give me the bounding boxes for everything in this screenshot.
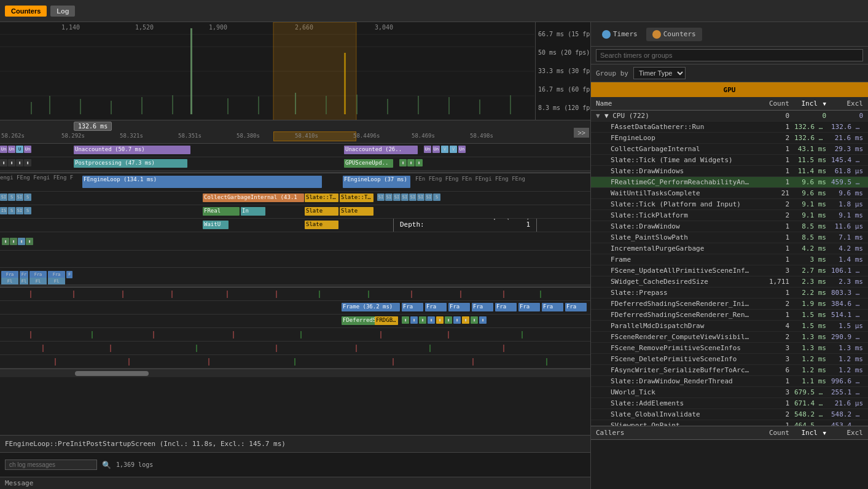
table-body[interactable]: ▼▼ CPU (722) 0 0 0 FAssetDataGatherer::R… <box>591 111 868 426</box>
counters-tab[interactable]: Counters <box>5 6 47 17</box>
mini-block[interactable]: V <box>450 146 457 153</box>
mini-block[interactable]: ▮ <box>402 316 409 324</box>
mini-block[interactable]: SI <box>409 194 416 201</box>
mini-block[interactable]: SI <box>16 207 23 214</box>
gpuscene-block[interactable]: GPUSceneUpd.. <box>344 159 393 168</box>
mini-block[interactable]: S <box>24 207 31 214</box>
table-row[interactable]: FDeferredShadingSceneRenderer_InitView: … <box>591 299 868 310</box>
mini-block[interactable]: ▮ <box>410 316 418 324</box>
mini-block[interactable]: Un <box>424 146 431 153</box>
frdgb-block[interactable]: FRDGB.. <box>375 316 398 325</box>
table-row[interactable]: FSceneRenderer_ComputeViewVisibility 2 1… <box>591 332 868 343</box>
table-row[interactable]: Slate::DrawWindow 1 8.5 ms 11.6 µs <box>591 221 868 232</box>
table-row[interactable]: ▼▼ CPU (722) 0 0 0 <box>591 111 868 122</box>
table-row[interactable]: ParallelMdcDispatchDraw 4 1.5 ms 1.5 µs <box>591 321 868 332</box>
mini-block[interactable]: SI <box>401 194 409 201</box>
nav-button[interactable]: >> <box>574 128 589 138</box>
slate-platform-block[interactable]: Slate::TickPlatform <box>340 194 373 202</box>
search-timers-input[interactable] <box>596 49 863 61</box>
unaccounted-block-1[interactable]: Unaccounted (50.7 ms) <box>74 146 190 154</box>
table-row[interactable]: FScene_DeletePrimitiveSceneInfo 3 1.2 ms… <box>591 354 868 365</box>
table-row[interactable]: WaitUntilTasksComplete 21 9.6 ms 9.6 ms <box>591 188 868 199</box>
table-row[interactable]: IncrementalPurgeGarbage 1 4.2 ms 4.2 ms <box>591 243 868 254</box>
table-row[interactable]: FAssetDataGatherer::Run 1 132.6 ms 132.6… <box>591 122 868 133</box>
horizontal-scrollbar[interactable] <box>0 369 590 377</box>
mini-block[interactable]: ▮ <box>2 238 9 245</box>
table-row[interactable]: SViewport_OnPaint 1 464.5 µs 453.4 µs <box>591 420 868 426</box>
mini-block[interactable]: Fl <box>48 278 65 284</box>
freal-block[interactable]: FReal <box>203 207 240 216</box>
fra-block-1[interactable]: Fra <box>402 303 423 311</box>
mini-block[interactable]: ▮ <box>16 159 23 166</box>
engineloop-block-1[interactable]: FEngineLoop (134.1 ms) <box>82 176 322 188</box>
table-row[interactable]: Slate::DrawWindow_RenderThread 1 1.1 ms … <box>591 376 868 387</box>
mini-block[interactable]: SI <box>425 194 432 201</box>
mini-block[interactable]: IS <box>0 207 7 214</box>
mini-block[interactable]: ▮ <box>428 316 435 324</box>
slate-block-4[interactable]: Slate <box>305 221 338 229</box>
log-tab[interactable]: Log <box>50 6 75 17</box>
in-block[interactable]: In <box>241 207 265 216</box>
mini-block[interactable]: ▮ <box>436 316 444 324</box>
table-row[interactable]: UWorld_Tick 3 679.5 µs 255.1 µs <box>591 387 868 398</box>
table-row[interactable]: Frame 1 3 ms 1.4 ms <box>591 254 868 265</box>
mini-block[interactable]: ▮ <box>479 316 487 324</box>
engineloop-block-2[interactable]: FEngineLoop (37 ms) <box>343 176 410 188</box>
mini-block[interactable]: ▮ <box>18 238 25 245</box>
mini-block[interactable]: ▮ <box>0 159 7 166</box>
mini-block[interactable]: ▮ <box>10 238 17 245</box>
unaccounted-block-2[interactable]: Unaccounted (26.. <box>344 146 418 154</box>
fra-block-8[interactable]: Fra <box>565 303 587 311</box>
fra-block-3[interactable]: Fra <box>448 303 470 311</box>
table-row[interactable]: Slate::Prepass 1 2.2 ms 803.3 µs <box>591 288 868 299</box>
fra-block-5[interactable]: Fra <box>495 303 517 311</box>
table-row[interactable]: Slate_GlobalInvalidate 2 548.2 µs 548.2 … <box>591 409 868 420</box>
table-row[interactable]: Slate::TickPlatform 2 9.1 ms 9.1 ms <box>591 210 868 221</box>
mini-block[interactable]: ▮ <box>453 316 461 324</box>
table-row[interactable]: Slate::Tick (Platform and Input) 2 9.1 m… <box>591 199 868 210</box>
table-row[interactable]: Slate::AddElements 1 671.4 µs 21.6 µs <box>591 398 868 409</box>
table-row[interactable]: Slate::Tick (Time and Widgets) 1 11.5 ms… <box>591 155 868 166</box>
mini-block[interactable]: F <box>66 271 72 278</box>
mini-block[interactable]: Un <box>8 146 15 153</box>
minimap[interactable]: 66.7 ms (15 fps) 50 ms (20 fps) 33.3 ms … <box>0 22 590 120</box>
collectgarbage-block[interactable]: CollectGarbageInternal (43.1 <box>203 194 304 202</box>
fra-block-7[interactable]: Fra <box>542 303 563 311</box>
mini-block[interactable]: V <box>441 146 448 153</box>
mini-block[interactable]: Un <box>24 146 31 153</box>
mini-block[interactable]: ▮ <box>462 316 469 324</box>
mini-block[interactable]: Fl <box>29 278 47 284</box>
table-row[interactable]: FDeferredShadingSceneRenderer_Render 1 1… <box>591 310 868 321</box>
fra-block-4[interactable]: Fra <box>472 303 493 311</box>
mini-block[interactable]: ▮ <box>415 159 423 166</box>
counters-panel-tab[interactable]: Counters <box>646 28 702 41</box>
slate-block-3[interactable]: Slate <box>340 207 373 216</box>
mini-block[interactable]: ▮ <box>8 159 15 166</box>
callers-body[interactable] <box>591 440 868 489</box>
mini-block[interactable]: Un <box>432 146 440 153</box>
fra-block-6[interactable]: Fra <box>518 303 540 311</box>
mini-block[interactable]: SI <box>417 194 424 201</box>
mini-block[interactable]: Fl <box>20 278 28 284</box>
mini-block[interactable]: ▮ <box>399 159 407 166</box>
mini-block[interactable]: ▮ <box>445 316 452 324</box>
mini-block[interactable]: ▮ <box>26 238 33 245</box>
mini-block[interactable]: SI <box>393 194 401 201</box>
mini-block[interactable]: ▮ <box>471 316 478 324</box>
tracks-scroll[interactable]: Un Un U Un Unaccounted (50.7 ms) Unaccou… <box>0 144 590 435</box>
table-row[interactable]: SWidget_CacheDesiredSize 1,711 2.3 ms 2.… <box>591 276 868 288</box>
mini-block[interactable]: S <box>8 207 15 214</box>
table-row[interactable]: Slate::DrawWindows 1 11.4 ms 61.8 µs <box>591 166 868 177</box>
postprocessing-block[interactable]: Postprocessing (47.3 ms) <box>74 159 187 168</box>
scrollbar-thumb[interactable] <box>75 371 149 376</box>
mini-block[interactable]: U <box>16 146 23 153</box>
mini-block[interactable]: Fl <box>1 278 18 284</box>
mini-block[interactable]: SI <box>385 194 393 201</box>
timers-tab[interactable]: Timers <box>596 28 644 41</box>
mini-block[interactable]: ▮ <box>407 159 415 166</box>
table-row[interactable]: FRealtimeGC_PerformReachabilityAnalysi: … <box>591 177 868 188</box>
fra-block-2[interactable]: Fra <box>425 303 447 311</box>
table-row[interactable]: FEngineLoop 2 132.6 ms 21.6 ms <box>591 133 868 144</box>
mini-block[interactable]: SI <box>0 194 7 201</box>
minimap-chart[interactable]: 1,140 1,520 1,900 2,660 3,040 <box>0 22 534 120</box>
